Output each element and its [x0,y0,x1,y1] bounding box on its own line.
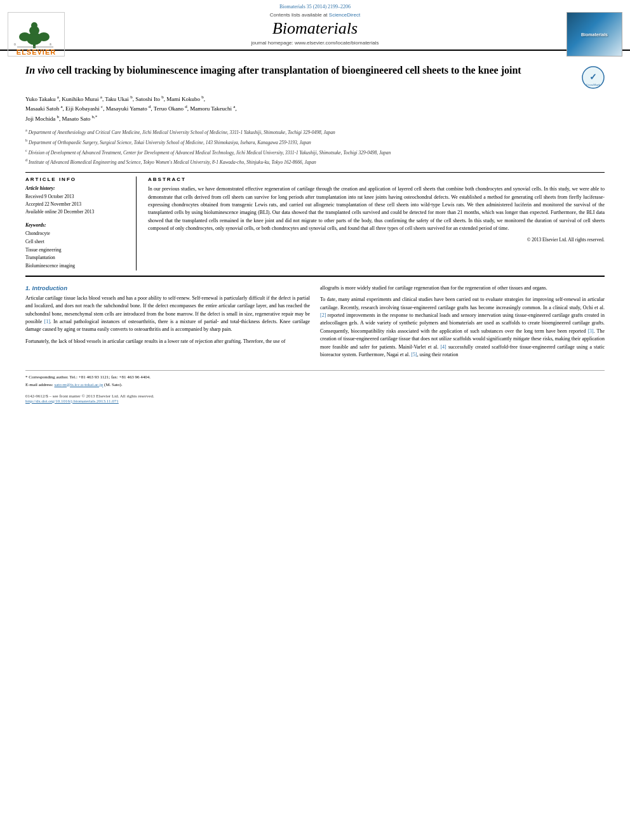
footnote-corresponding: * Corresponding author. Tel.: +81 463 93… [25,374,605,381]
affil-a: a Department of Anesthesiology and Criti… [25,127,605,136]
svg-text:✓: ✓ [589,72,597,82]
keywords-box: Keywords: Chondrocyte Cell sheet Tissue … [25,222,128,270]
abstract-header: ABSTRACT [148,177,605,182]
biomaterials-logo-box: Biomaterials [566,12,622,57]
body-right-col: allografts is more widely studied for ca… [320,284,605,363]
keywords-label: Keywords: [25,222,128,228]
two-columns-info-abstract: ARTICLE INFO Article history: Received 9… [25,177,605,270]
journal-ref: Biomaterials 35 (2014) 2199–2206 [8,4,622,10]
journal-banner: ⚗ ⚗ ELSEVIER Contents lists available at… [8,12,622,46]
journal-center: Contents lists available at ScienceDirec… [8,12,622,46]
article-title: In vivo cell tracking by bioluminescence… [25,63,575,77]
affiliations: a Department of Anesthesiology and Criti… [25,127,605,166]
keyword-4: Transplantation [25,254,128,262]
footnote-email: E-mail address: sato-m@is.icc.u-tokai.ac… [25,382,605,389]
journal-homepage: journal homepage: www.elsevier.com/locat… [8,40,622,46]
ref-5[interactable]: [5] [411,352,417,357]
keyword-3: Tissue engineering [25,246,128,255]
crossmark-logo: ✓ CrossMark [582,66,605,89]
journal-header: Biomaterials 35 (2014) 2199–2206 ⚗ ⚗ ELS… [0,0,630,51]
title-italic: In vivo [25,65,55,76]
ref-1[interactable]: [1] [44,319,50,324]
left-col-article-info: ARTICLE INFO Article history: Received 9… [25,177,137,270]
ref-3[interactable]: [3] [587,328,593,334]
bottom-bar: 0142-9612/$ – see front matter © 2013 El… [25,394,605,404]
elsevier-text-label: ELSEVIER [17,48,56,56]
ref-4[interactable]: [4] [440,344,446,350]
affil-b: b Department of Orthopaedic Surgery, Sur… [25,137,605,146]
authors-line: Yuko Takaku a, Kunihiko Murai a, Taku Uk… [25,94,605,123]
right-para2: To date, many animal experiments and cli… [320,296,605,359]
right-para1: allografts is more widely studied for ca… [320,284,605,292]
keywords-list: Chondrocyte Cell sheet Tissue engineerin… [25,230,128,270]
keyword-2: Cell sheet [25,238,128,246]
doi-line: http://dx.doi.org/10.1016/j.biomaterials… [25,399,605,404]
history-label: Article history: [25,185,128,191]
copyright-line: © 2013 Elsevier Ltd. All rights reserved… [148,237,605,243]
info-dates: Received 9 October 2013 Accepted 22 Nove… [25,193,128,216]
right-col-abstract: ABSTRACT In our previous studies, we hav… [148,177,605,270]
article-title-section: In vivo cell tracking by bioluminescence… [25,63,605,89]
biomaterials-logo-text: Biomaterials [580,31,609,38]
main-body: 1. Introduction Articular cartilage tiss… [25,276,605,404]
doi-link[interactable]: http://dx.doi.org/10.1016/j.biomaterials… [25,399,119,404]
affil-d: d Institute of Advanced Biomedical Engin… [25,157,605,166]
intro-para1: Articular cartilage tissue lacks blood v… [25,295,310,334]
article-content: In vivo cell tracking by bioluminescence… [0,51,630,410]
received-date: Received 9 October 2013 [25,193,128,201]
elsevier-logo: ⚗ ⚗ ELSEVIER [8,12,65,57]
body-two-columns: 1. Introduction Articular cartilage tiss… [25,284,605,363]
email-link[interactable]: sato-m@is.icc.u-tokai.ac.jp [55,382,104,387]
two-col-divider [25,172,605,173]
sciencedirect-link[interactable]: ScienceDirect [329,12,360,18]
svg-point-3 [38,32,50,41]
svg-text:⚗: ⚗ [49,43,52,46]
available-date: Available online 20 December 2013 [25,208,128,216]
article-info-box: ARTICLE INFO Article history: Received 9… [25,177,128,216]
affil-c: c Division of Development of Advanced Tr… [25,147,605,156]
svg-text:CrossMark: CrossMark [586,83,601,86]
footnote-area: * Corresponding author. Tel.: +81 463 93… [25,370,605,388]
body-left-col: 1. Introduction Articular cartilage tiss… [25,284,310,363]
article-info-header: ARTICLE INFO [25,177,128,182]
contents-line: Contents lists available at ScienceDirec… [8,12,622,18]
svg-point-5 [31,22,37,29]
issn-line: 0142-9612/$ – see front matter © 2013 El… [25,394,605,399]
intro-para2: Fortunately, the lack of blood vessels i… [25,338,310,345]
ref-2[interactable]: [2] [320,312,326,318]
keyword-5: Bioluminescence imaging [25,262,128,270]
svg-point-2 [19,32,30,41]
svg-text:⚗: ⚗ [13,43,17,46]
accepted-date: Accepted 22 November 2013 [25,201,128,208]
journal-title: Biomaterials [8,19,622,38]
keyword-1: Chondrocyte [25,230,128,238]
abstract-text: In our previous studies, we have demonst… [148,185,605,232]
intro-title: 1. Introduction [25,284,310,291]
